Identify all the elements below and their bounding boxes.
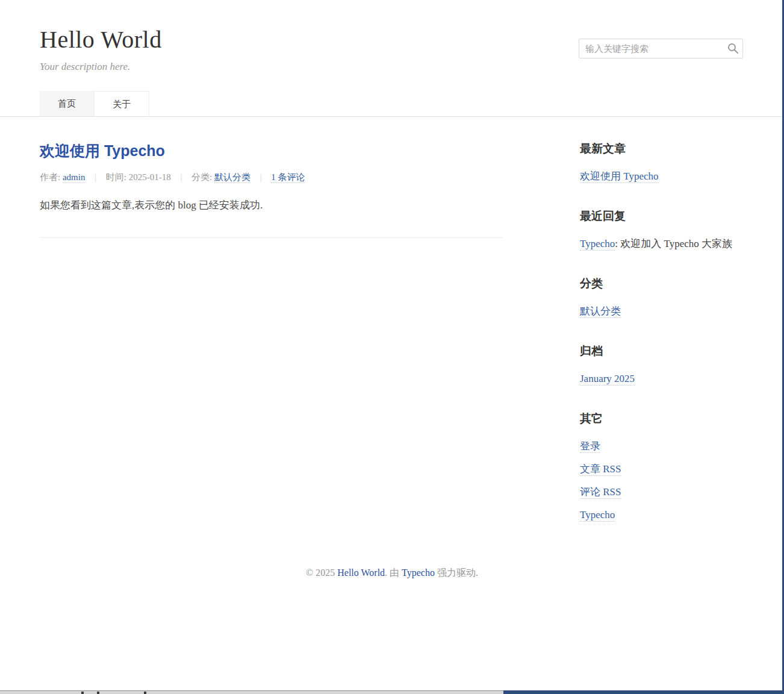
- search-box: [579, 39, 743, 58]
- widget-title: 归档: [580, 343, 744, 359]
- archive-link[interactable]: January 2025: [580, 373, 635, 386]
- widget-misc: 其它 登录 文章 RSS 评论 RSS Typecho: [580, 411, 744, 522]
- posts-rss-link[interactable]: 文章 RSS: [580, 463, 621, 476]
- typecho-link[interactable]: Typecho: [580, 509, 615, 522]
- footer-suffix-text: 强力驱动.: [435, 567, 478, 578]
- sidebar: 最新文章 欢迎使用 Typecho 最近回复 Typecho: 欢迎加入 Typ…: [580, 141, 744, 547]
- meta-separator: |: [180, 173, 182, 182]
- footer-site-link[interactable]: Hello World: [337, 567, 385, 578]
- widget-archives: 归档 January 2025: [580, 343, 744, 386]
- post-body: 如果您看到这篇文章,表示您的 blog 已经安装成功.: [40, 198, 503, 213]
- blog-page: Hello World Your description here. 首页 关于: [0, 0, 784, 694]
- post: 欢迎使用 Typecho 作者: admin | 时间: 2025-01-18 …: [40, 141, 503, 213]
- list-item: 登录: [580, 440, 744, 454]
- list-item: Typecho: [580, 508, 744, 522]
- list-item: Typecho: 欢迎加入 Typecho 大家族: [580, 237, 744, 251]
- taskbar-icon-tick: [97, 692, 99, 694]
- login-link[interactable]: 登录: [580, 440, 600, 453]
- comments-rss-link[interactable]: 评论 RSS: [580, 486, 621, 499]
- widget-title: 其它: [580, 411, 744, 427]
- meta-separator: |: [260, 173, 262, 182]
- author-link[interactable]: admin: [63, 172, 86, 183]
- list-item: 默认分类: [580, 305, 744, 319]
- author-label: 作者:: [40, 172, 60, 182]
- recent-post-link[interactable]: 欢迎使用 Typecho: [580, 170, 659, 183]
- list-item: January 2025: [580, 372, 744, 386]
- nav-tab-about[interactable]: 关于: [94, 91, 149, 116]
- list-item: 评论 RSS: [580, 486, 744, 499]
- category-link[interactable]: 默认分类: [214, 172, 250, 183]
- time-label: 时间:: [106, 172, 126, 182]
- widget-title: 最新文章: [580, 141, 744, 157]
- footer-mid-text: . 由: [385, 567, 402, 578]
- list-item: 欢迎使用 Typecho: [580, 170, 744, 184]
- widget-recent-posts: 最新文章 欢迎使用 Typecho: [580, 141, 744, 184]
- category-label: 分类:: [191, 172, 212, 182]
- taskbar-icon-tick: [81, 692, 84, 694]
- desktop-edge-bottom: [503, 690, 784, 694]
- site-header: Hello World Your description here.: [0, 0, 784, 73]
- copyright-text: © 2025: [306, 567, 337, 578]
- taskbar-edge-strip: [0, 690, 503, 694]
- search-input[interactable]: [579, 39, 743, 58]
- comment-author-link[interactable]: Typecho: [580, 238, 615, 251]
- search-icon: [727, 42, 739, 54]
- widget-title: 最近回复: [580, 208, 744, 224]
- meta-separator: |: [95, 173, 96, 182]
- list-item: 文章 RSS: [580, 463, 744, 477]
- widget-title: 分类: [580, 276, 744, 292]
- post-divider: [40, 237, 503, 238]
- site-description: Your description here.: [40, 61, 744, 73]
- site-footer: © 2025 Hello World. 由 Typecho 强力驱动.: [0, 567, 784, 580]
- post-date: 2025-01-18: [129, 172, 171, 182]
- taskbar-icon-tick: [144, 692, 146, 694]
- nav-bar: 首页 关于: [0, 91, 784, 117]
- post-list: 欢迎使用 Typecho 作者: admin | 时间: 2025-01-18 …: [40, 141, 503, 547]
- comments-link[interactable]: 1 条评论: [271, 172, 305, 183]
- widget-recent-comments: 最近回复 Typecho: 欢迎加入 Typecho 大家族: [580, 208, 744, 251]
- post-meta: 作者: admin | 时间: 2025-01-18 | 分类: 默认分类 | …: [40, 172, 503, 183]
- comment-excerpt: : 欢迎加入 Typecho 大家族: [615, 238, 732, 249]
- footer-typecho-link[interactable]: Typecho: [402, 567, 435, 578]
- nav-tab-home[interactable]: 首页: [40, 91, 94, 116]
- post-title-link[interactable]: 欢迎使用 Typecho: [40, 141, 503, 161]
- widget-categories: 分类 默认分类: [580, 276, 744, 319]
- category-link[interactable]: 默认分类: [580, 305, 621, 318]
